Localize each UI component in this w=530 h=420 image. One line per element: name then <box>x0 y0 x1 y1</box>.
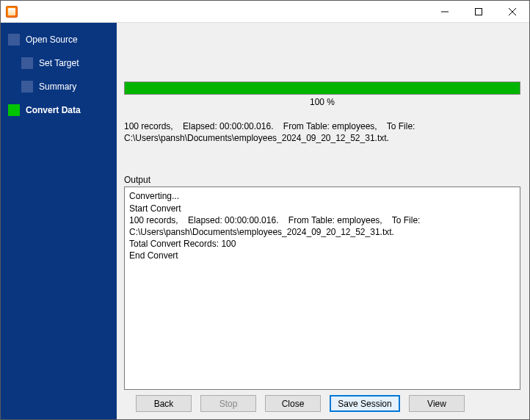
app-window: Open Source Set Target Summary Convert D… <box>0 0 530 420</box>
output-label: Output <box>124 175 520 185</box>
close-icon <box>509 8 516 15</box>
output-textarea[interactable]: Converting... Start Convert 100 records,… <box>124 187 520 390</box>
step-box-icon <box>8 34 20 46</box>
wizard-sidebar: Open Source Set Target Summary Convert D… <box>1 23 117 419</box>
view-button[interactable]: View <box>409 395 465 412</box>
step-box-icon <box>8 104 20 116</box>
back-button[interactable]: Back <box>136 395 192 412</box>
close-window-button[interactable] <box>495 1 529 22</box>
window-controls <box>428 1 529 22</box>
svg-line-3 <box>509 8 516 15</box>
stop-button[interactable]: Stop <box>200 395 256 412</box>
titlebar <box>1 1 529 23</box>
step-label: Summary <box>39 82 76 92</box>
app-icon <box>6 6 18 18</box>
progress-bar <box>124 82 520 95</box>
sidebar-step-convert-data[interactable]: Convert Data <box>1 101 117 120</box>
progress-percent-label: 100 % <box>124 97 520 107</box>
step-box-icon <box>21 57 33 69</box>
step-label: Set Target <box>39 58 79 68</box>
save-session-button[interactable]: Save Session <box>330 395 400 412</box>
window-body: Open Source Set Target Summary Convert D… <box>1 23 529 419</box>
step-label: Open Source <box>26 35 78 45</box>
minimize-button[interactable] <box>428 1 462 22</box>
status-text: 100 records, Elapsed: 00:00:00.016. From… <box>124 120 520 144</box>
maximize-icon <box>475 8 482 15</box>
minimize-icon <box>441 8 449 15</box>
step-label: Convert Data <box>26 105 81 115</box>
maximize-button[interactable] <box>462 1 495 22</box>
svg-line-2 <box>509 8 516 15</box>
main-panel: 100 % 100 records, Elapsed: 00:00:00.016… <box>117 23 529 419</box>
progress-area: 100 % <box>124 29 520 107</box>
progress-fill <box>125 82 520 94</box>
step-box-icon <box>21 81 33 93</box>
svg-rect-1 <box>476 8 482 15</box>
close-button[interactable]: Close <box>265 395 321 412</box>
sidebar-step-summary[interactable]: Summary <box>1 77 117 96</box>
sidebar-step-set-target[interactable]: Set Target <box>1 54 117 73</box>
button-row: Back Stop Close Save Session View <box>124 390 520 412</box>
output-content: Converting... Start Convert 100 records,… <box>129 191 423 261</box>
sidebar-step-open-source[interactable]: Open Source <box>1 30 117 49</box>
